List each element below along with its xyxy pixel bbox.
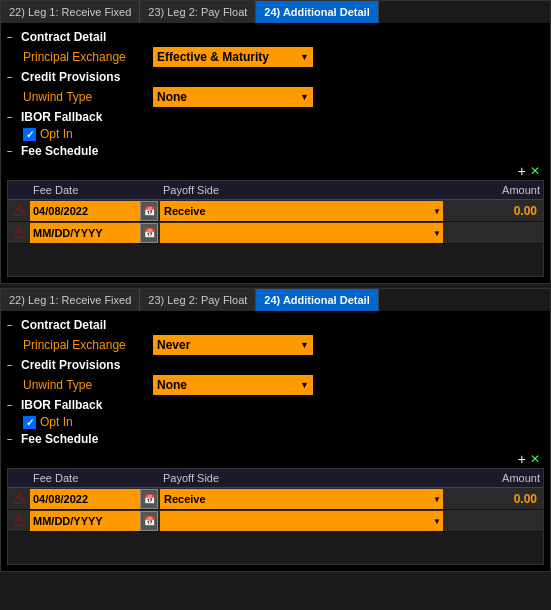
tab-leg1-p1[interactable]: 22) Leg 1: Receive Fixed [1,1,140,23]
opt-in-label-2: Opt In [40,415,73,429]
ibor-title-2: IBOR Fallback [21,398,102,412]
tab-leg2-p1[interactable]: 23) Leg 2: Pay Float [140,1,256,23]
collapse-ibor-icon-1[interactable]: − [7,112,17,123]
fee-schedule-section-1: − Fee Schedule [7,144,544,158]
opt-in-row-1: Opt In [23,127,544,141]
collapse-fee-icon-1[interactable]: − [7,146,17,157]
tab-bar-1: 22) Leg 1: Receive Fixed 23) Leg 2: Pay … [1,1,550,23]
contract-detail-section-1: − Contract Detail [7,30,544,44]
credit-provisions-title-2: Credit Provisions [21,358,120,372]
unwind-type-dropdown-wrap-2: None Standard Mandatory [153,375,313,395]
fee-toolbar-2: + ✕ [7,450,544,468]
fee-add-btn-1[interactable]: + [518,164,526,178]
fee2-row-1-side-wrap: Receive Pay ▼ [160,489,443,509]
opt-in-label-1: Opt In [40,127,73,141]
panel-2: 22) Leg 1: Receive Fixed 23) Leg 2: Pay … [0,288,551,572]
fee-row-1-delete[interactable]: ⚠ [8,201,30,220]
ibor-section-1: − IBOR Fallback [7,110,544,124]
panel-1-content: − Contract Detail Principal Exchange Eff… [1,23,550,283]
unwind-type-select-1[interactable]: None Standard Mandatory [153,87,313,107]
principal-exchange-dropdown-wrap-1: Effective & Maturity Never Effective Onl… [153,47,313,67]
collapse-credit-icon-1[interactable]: − [7,72,17,83]
fee-col-amount: Amount [443,183,543,197]
fee-row-1-side[interactable]: Receive Pay [160,201,443,221]
fee-schedule-title-2: Fee Schedule [21,432,98,446]
fee2-row-2-date[interactable] [30,511,140,531]
fee-toolbar-1: + ✕ [7,162,544,180]
fee-col-del [8,183,30,197]
contract-detail-section-2: − Contract Detail [7,318,544,332]
tab-detail-p1[interactable]: 24) Additional Detail [256,1,378,23]
credit-provisions-section-2: − Credit Provisions [7,358,544,372]
fee2-col-del [8,471,30,485]
collapse-contract-icon-2[interactable]: − [7,320,17,331]
principal-exchange-select-2[interactable]: Never Effective & Maturity Effective Onl… [153,335,313,355]
fee-col-side: Payoff Side [160,183,443,197]
fee-add-btn-2[interactable]: + [518,452,526,466]
fee2-row-1-date[interactable] [30,489,140,509]
contract-detail-title-1: Contract Detail [21,30,106,44]
collapse-fee-icon-2[interactable]: − [7,434,17,445]
principal-exchange-row-2: Principal Exchange Never Effective & Mat… [23,335,544,355]
fee2-col-date: Fee Date [30,471,140,485]
fee-row-2-side[interactable]: Receive Pay [160,223,443,243]
fee2-row-1-delete[interactable]: ⚠ [8,489,30,508]
fee2-empty-row-1 [8,532,543,548]
fee2-row-1-amount: 0.00 [443,492,543,506]
fee-row-1-date[interactable] [30,201,140,221]
unwind-type-label-1: Unwind Type [23,90,153,104]
tab-leg2-p2[interactable]: 23) Leg 2: Pay Float [140,289,256,311]
tab-bar-2: 22) Leg 1: Receive Fixed 23) Leg 2: Pay … [1,289,550,311]
collapse-contract-icon-1[interactable]: − [7,32,17,43]
collapse-ibor-icon-2[interactable]: − [7,400,17,411]
collapse-credit-icon-2[interactable]: − [7,360,17,371]
unwind-type-select-2[interactable]: None Standard Mandatory [153,375,313,395]
fee2-row-2-side-wrap: Receive Pay ▼ [160,511,443,531]
fee-delete-btn-1[interactable]: ✕ [530,165,540,177]
unwind-type-row-1: Unwind Type None Standard Mandatory [23,87,544,107]
fee-delete-btn-2[interactable]: ✕ [530,453,540,465]
fee2-empty-row-2 [8,548,543,564]
unwind-type-dropdown-wrap-1: None Standard Mandatory [153,87,313,107]
fee-row-2-date[interactable] [30,223,140,243]
contract-detail-title-2: Contract Detail [21,318,106,332]
principal-exchange-select-1[interactable]: Effective & Maturity Never Effective Onl… [153,47,313,67]
principal-exchange-dropdown-wrap-2: Never Effective & Maturity Effective Onl… [153,335,313,355]
unwind-type-label-2: Unwind Type [23,378,153,392]
fee2-row-1-cal[interactable]: 📅 [140,489,158,509]
opt-in-row-2: Opt In [23,415,544,429]
fee-col-cal [140,183,160,197]
fee2-row-1-side[interactable]: Receive Pay [160,489,443,509]
panel-1: 22) Leg 1: Receive Fixed 23) Leg 2: Pay … [0,0,551,284]
unwind-type-row-2: Unwind Type None Standard Mandatory [23,375,544,395]
credit-provisions-section-1: − Credit Provisions [7,70,544,84]
fee2-row-2-side[interactable]: Receive Pay [160,511,443,531]
opt-in-checkbox-2[interactable] [23,416,36,429]
fee-row-1-side-wrap: Receive Pay ▼ [160,201,443,221]
fee-schedule-title-1: Fee Schedule [21,144,98,158]
fee-col-date: Fee Date [30,183,140,197]
ibor-title-1: IBOR Fallback [21,110,102,124]
fee-row-2-cal[interactable]: 📅 [140,223,158,243]
fee-row-1-amount: 0.00 [443,204,543,218]
principal-exchange-label-2: Principal Exchange [23,338,153,352]
fee2-col-side: Payoff Side [160,471,443,485]
principal-exchange-label-1: Principal Exchange [23,50,153,64]
fee2-row-2-delete[interactable]: ⚠ [8,511,30,530]
fee-schedule-section-2: − Fee Schedule [7,432,544,446]
credit-provisions-title-1: Credit Provisions [21,70,120,84]
fee-empty-row-2 [8,260,543,276]
fee-row-1-cal[interactable]: 📅 [140,201,158,221]
ibor-section-2: − IBOR Fallback [7,398,544,412]
fee-empty-row-1 [8,244,543,260]
opt-in-checkbox-1[interactable] [23,128,36,141]
principal-exchange-row-1: Principal Exchange Effective & Maturity … [23,47,544,67]
fee2-col-cal [140,471,160,485]
fee-row-2-delete[interactable]: ⚠ [8,223,30,242]
fee2-row-2-cal[interactable]: 📅 [140,511,158,531]
tab-detail-p2[interactable]: 24) Additional Detail [256,289,378,311]
fee2-col-amount: Amount [443,471,543,485]
fee-row-2-side-wrap: Receive Pay ▼ [160,223,443,243]
fee-schedule-area-1: + ✕ Fee Date Payoff Side Amount ⚠ 📅 [7,162,544,277]
tab-leg1-p2[interactable]: 22) Leg 1: Receive Fixed [1,289,140,311]
